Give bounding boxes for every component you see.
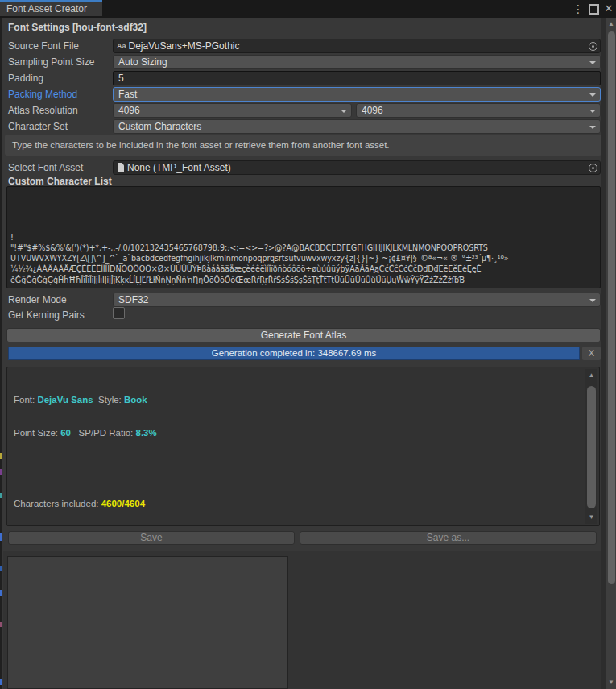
- get-kerning-pairs-checkbox[interactable]: [113, 307, 125, 319]
- source-font-file-field[interactable]: AaDejaVuSans+MS-PGothic: [113, 39, 601, 53]
- font-asset-creator-window: Font Asset Creator ⋮ ✕ Font Settings [ho…: [0, 0, 616, 689]
- sampling-point-size-label: Sampling Point Size: [8, 55, 94, 69]
- asset-file-icon: [118, 163, 124, 172]
- main-scrollbar[interactable]: ▲ ▼: [606, 18, 616, 689]
- scroll-down-icon[interactable]: ▼: [585, 513, 597, 522]
- packing-method-label: Packing Method: [8, 87, 77, 102]
- ratio-label: SP/PD Ratio:: [71, 428, 136, 438]
- select-font-asset-value: None (TMP_Font Asset): [127, 162, 231, 173]
- report-scrollbar-thumb[interactable]: [587, 386, 596, 508]
- character-line: ¼½¾¿ÀÁÂÃÄÅÆÇÈÉÊËÌÍÎÏÐÑÒÓÔÕÖ×Ø×ÙÚÛÜÝÞßàáâ…: [10, 264, 597, 274]
- save-as-button[interactable]: Save as...: [300, 531, 597, 545]
- chevron-down-icon: [589, 299, 596, 302]
- render-mode-label: Render Mode: [8, 293, 67, 307]
- tab-title: Font Asset Creator: [6, 3, 87, 15]
- character-line: UTVUWVXWYXZY[Z\[]\^]_^`_a`bacbdcedfegfhg…: [10, 253, 597, 264]
- help-box: Type the characters to be included in th…: [5, 135, 602, 156]
- maximize-icon[interactable]: [587, 2, 600, 16]
- packing-method-dropdown[interactable]: Fast: [113, 87, 601, 102]
- kebab-menu-icon[interactable]: ⋮: [572, 2, 585, 16]
- object-picker-icon[interactable]: [589, 164, 597, 172]
- custom-character-list-textarea[interactable]: ! "!#"$#%$&%'&(')(*)+*,+-,.-/.0/10213243…: [6, 186, 601, 288]
- scroll-up-icon[interactable]: ▲: [585, 371, 597, 380]
- character-line: ěĜĝĞğĠġĢģĤĥĦħĨĩĪīĬĭĮįİıĲĳĴĵĶķĸĹĺĻļĽľŁłŃń…: [10, 275, 597, 285]
- character-line: [10, 200, 597, 210]
- style-value: Book: [124, 395, 147, 405]
- font-file-icon: Aa: [117, 39, 126, 52]
- chevron-down-icon: [589, 110, 596, 113]
- sampling-point-size-value: Auto Sizing: [118, 56, 167, 68]
- title-bar: Font Asset Creator ⋮ ✕: [0, 0, 616, 18]
- generation-progress-bar: Generation completed in: 348667.69 ms: [8, 347, 580, 360]
- ratio-value: 8.3%: [136, 428, 157, 438]
- atlas-resolution-width-value: 4096: [118, 105, 140, 116]
- atlas-resolution-height-dropdown[interactable]: 4096: [356, 103, 601, 118]
- object-picker-icon[interactable]: [589, 42, 597, 51]
- atlas-preview-box: [7, 556, 288, 689]
- chevron-down-icon: [341, 110, 347, 113]
- character-set-dropdown[interactable]: Custom Characters: [113, 119, 601, 134]
- render-mode-dropdown[interactable]: SDF32: [113, 293, 601, 307]
- packing-method-value: Fast: [118, 89, 137, 100]
- select-font-asset-label: Select Font Asset: [8, 160, 83, 175]
- select-font-asset-field[interactable]: None (TMP_Font Asset): [113, 160, 601, 175]
- generate-font-atlas-button[interactable]: Generate Font Atlas: [6, 328, 601, 342]
- font-value: DejaVu Sans: [37, 395, 93, 405]
- padding-value: 5: [118, 73, 124, 84]
- main-scrollbar-thumb[interactable]: [608, 31, 615, 584]
- scroll-up-icon[interactable]: ▲: [606, 19, 616, 29]
- character-line: [10, 210, 597, 221]
- style-label: Style:: [93, 395, 124, 405]
- padding-input[interactable]: 5: [113, 71, 601, 85]
- chevron-down-icon: [589, 61, 596, 64]
- scroll-down-icon[interactable]: ▼: [606, 678, 616, 687]
- character-line: "!#"$#%$&%'&(')(*)+*,+-,.-/.0/1021324354…: [10, 243, 597, 253]
- source-font-file-label: Source Font File: [8, 39, 79, 53]
- character-set-label: Character Set: [8, 119, 68, 134]
- character-line: [10, 189, 597, 200]
- included-label: Characters included:: [14, 499, 101, 508]
- progress-close-button[interactable]: X: [582, 347, 601, 360]
- atlas-resolution-width-dropdown[interactable]: 4096: [113, 103, 352, 118]
- close-icon[interactable]: ✕: [602, 2, 615, 16]
- chevron-down-icon: [589, 93, 596, 97]
- character-set-value: Custom Characters: [118, 121, 201, 132]
- sampling-point-size-dropdown[interactable]: Auto Sizing: [113, 55, 601, 69]
- character-line: !: [10, 232, 597, 243]
- report-scrollbar[interactable]: ▲ ▼: [585, 369, 597, 524]
- page-title: Font Settings [hou-font-sdf32]: [8, 22, 147, 33]
- included-value: 4600/4604: [101, 499, 145, 508]
- chevron-down-icon: [589, 126, 596, 129]
- report-text: Font: DejaVu Sans Style: Book Point Size…: [14, 373, 581, 526]
- font-label: Font:: [14, 395, 37, 405]
- atlas-resolution-height-value: 4096: [362, 105, 383, 116]
- render-mode-value: SDF32: [118, 294, 148, 305]
- padding-label: Padding: [8, 71, 43, 85]
- background-window-sliver: [0, 18, 2, 689]
- point-size-value: 60: [60, 428, 71, 438]
- custom-character-list-label: Custom Character List: [8, 176, 112, 187]
- tab-font-asset-creator[interactable]: Font Asset Creator: [0, 0, 102, 16]
- atlas-preview-panel: [3, 551, 602, 689]
- atlas-resolution-label: Atlas Resolution: [8, 103, 78, 118]
- get-kerning-pairs-label: Get Kerning Pairs: [8, 308, 85, 322]
- character-line: [10, 222, 597, 232]
- generation-report-box: Font: DejaVu Sans Style: Book Point Size…: [6, 367, 600, 526]
- save-button[interactable]: Save: [8, 531, 295, 545]
- source-font-file-value: DejaVuSans+MS-PGothic: [129, 40, 240, 52]
- point-size-label: Point Size:: [14, 428, 60, 438]
